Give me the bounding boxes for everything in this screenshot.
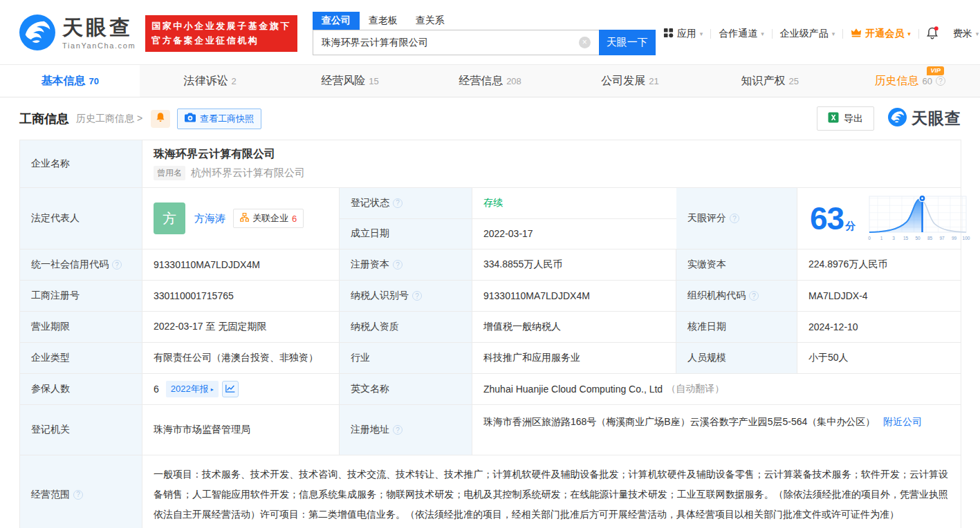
business-scope-label: 经营范围? [20, 455, 142, 528]
taxpayer-id-value: 91330110MA7LDJDX4M [472, 281, 676, 311]
page-header: 天眼查 TianYanCha.com 国家中小企业发展子基金旗下 官方备案企业征… [0, 0, 980, 64]
camera-icon [185, 113, 196, 124]
english-name-value: Zhuhai Huanjie Cloud Computing Co., Ltd … [472, 374, 961, 404]
org-code-label: 组织机构代码? [676, 281, 797, 311]
legal-rep-value: 方 方海涛 关联企业 6 [142, 188, 340, 249]
help-icon[interactable]: ? [749, 291, 759, 301]
tab-operation-info[interactable]: 经营信息208 [420, 65, 560, 97]
help-icon[interactable]: ? [936, 76, 945, 86]
search-clear-icon[interactable]: × [579, 37, 591, 48]
svg-text:50: 50 [916, 236, 921, 241]
help-icon[interactable]: ? [393, 198, 403, 208]
monitor-bell-button[interactable] [151, 110, 170, 128]
establish-date-value: 2022-03-17 [472, 219, 676, 249]
search-tab-relation[interactable]: 查关系 [407, 12, 454, 30]
section-title: 工商信息 [19, 111, 69, 127]
tab-company-development[interactable]: 公司发展21 [560, 65, 700, 97]
help-icon[interactable]: ? [393, 425, 403, 435]
tianyancha-logo[interactable]: 天眼查 TianYanCha.com [19, 15, 136, 53]
org-chart-icon [240, 213, 249, 224]
search-input[interactable] [313, 30, 599, 55]
chevron-down-icon: ▾ [761, 30, 764, 37]
search-button[interactable]: 天眼一下 [599, 30, 656, 55]
org-code-value: MA7LDJDX-4 [797, 281, 961, 311]
tab-operation-risk[interactable]: 经营风险15 [280, 65, 420, 97]
insured-count-value: 6 2022年报▸ [142, 374, 340, 404]
trend-chart-button[interactable] [222, 381, 239, 397]
paid-capital-label: 实缴资本 [676, 249, 797, 280]
help-icon[interactable]: ? [112, 260, 122, 270]
taxpayer-quality-label: 纳税人资质 [340, 312, 472, 342]
score-distribution-chart: 0 1 3 15 50 85 97 99 100 [865, 191, 970, 247]
search-area: 查公司 查老板 查关系 × 天眼一下 [313, 12, 656, 55]
help-icon[interactable]: ? [73, 490, 83, 500]
chevron-down-icon: ▾ [907, 30, 911, 37]
staff-size-value: 小于50人 [797, 343, 961, 373]
svg-text:85: 85 [927, 236, 933, 241]
svg-text:1: 1 [880, 236, 883, 241]
bell-icon [156, 112, 165, 125]
annual-report-badge[interactable]: 2022年报▸ [166, 381, 219, 397]
nearby-companies-link[interactable]: 附近公司 [883, 416, 922, 427]
nav-partner-channel[interactable]: 合作通道▾ [711, 28, 772, 40]
help-icon[interactable]: ? [730, 214, 739, 223]
reg-status-label: 登记状态? [340, 188, 472, 218]
svg-text:0: 0 [868, 236, 871, 241]
app-grid-icon [663, 28, 674, 40]
taxpayer-id-label: 纳税人识别号? [340, 281, 472, 311]
reg-address-label: 注册地址? [340, 405, 472, 455]
reg-authority-value: 珠海市市场监督管理局 [142, 405, 340, 455]
search-tab-company[interactable]: 查公司 [313, 12, 360, 30]
tab-basic-info[interactable]: 基本信息70 [0, 65, 140, 97]
tab-legal-litigation[interactable]: 法律诉讼2 [140, 65, 279, 97]
business-info-section-bar: 工商信息 历史工商信息 > 查看工商快照 导出 天眼查 [0, 97, 980, 138]
company-name-label: 企业名称 [20, 140, 142, 187]
score-number: 63 [810, 202, 844, 234]
related-companies-badge[interactable]: 关联企业 6 [233, 209, 304, 228]
chevron-right-icon: > [137, 113, 142, 124]
view-snapshot-button[interactable]: 查看工商快照 [177, 109, 261, 129]
search-tab-boss[interactable]: 查老板 [360, 12, 407, 30]
english-name-label: 英文名称 [340, 374, 472, 404]
nav-enterprise-products[interactable]: 企业级产品▾ [773, 28, 843, 40]
caret-right-icon: ▸ [211, 386, 214, 393]
business-info-table: 企业名称 珠海环界云计算有限公司 曾用名 杭州环界云计算有限公司 法定代表人 方… [19, 140, 961, 528]
paid-capital-value: 224.8976万人民币 [797, 249, 961, 280]
tianyan-score-label: 天眼评分? [676, 188, 797, 249]
reg-status-value: 存续 [472, 188, 676, 218]
uscc-label: 统一社会信用代码? [20, 249, 142, 280]
help-icon[interactable]: ? [412, 291, 422, 301]
tianyan-score-value[interactable]: 63 分 [797, 188, 961, 249]
top-nav: 应用▾ 合作通道▾ 企业级产品▾ 开通会员▾ 费米▾ [656, 26, 980, 41]
reg-capital-value: 334.8855万人民币 [472, 249, 676, 280]
tab-history-info[interactable]: VIP 历史信息60 ? [840, 65, 980, 97]
taxpayer-quality-value: 增值税一般纳税人 [472, 312, 676, 342]
crown-icon [851, 28, 862, 40]
business-term-value: 2022-03-17 至 无固定期限 [142, 312, 340, 342]
business-term-label: 营业期限 [20, 312, 142, 342]
industry-value: 科技推广和应用服务业 [472, 343, 676, 373]
business-scope-value: 一般项目：技术服务、技术开发、技术咨询、技术交流、技术转让、技术推广；计算机软硬… [142, 455, 961, 528]
auto-translate-note: （自动翻译） [666, 383, 724, 395]
nav-user[interactable]: 费米▾ [945, 28, 980, 40]
legal-rep-name-link[interactable]: 方海涛 [194, 212, 225, 225]
legal-rep-avatar[interactable]: 方 [154, 202, 185, 234]
former-name-tag: 曾用名 [154, 166, 185, 180]
legal-rep-label: 法定代表人 [20, 188, 142, 249]
chevron-down-icon: ▾ [976, 30, 979, 37]
nav-vip-membership[interactable]: 开通会员▾ [843, 28, 918, 40]
history-business-info-link[interactable]: 历史工商信息 > [76, 113, 142, 125]
reg-number-label: 工商注册号 [20, 281, 142, 311]
search-tabs: 查公司 查老板 查关系 [313, 12, 656, 30]
svg-text:3: 3 [892, 236, 895, 241]
svg-text:99: 99 [952, 236, 957, 241]
tab-intellectual-property[interactable]: 知识产权25 [700, 65, 840, 97]
notification-bell-icon[interactable] [919, 26, 945, 41]
tianyancha-logo-icon [888, 108, 907, 129]
nav-apps[interactable]: 应用▾ [656, 28, 711, 40]
help-icon[interactable]: ? [393, 260, 403, 270]
tianyancha-logo-icon [19, 15, 55, 53]
approval-date-value: 2024-12-10 [797, 312, 961, 342]
export-button[interactable]: 导出 [817, 106, 874, 131]
insured-count-label: 参保人数 [20, 374, 142, 404]
